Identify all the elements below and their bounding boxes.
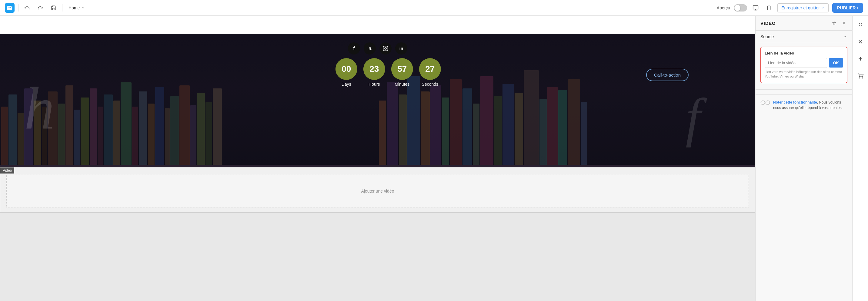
svg-point-6 [384, 47, 386, 49]
ok-button[interactable]: OK [829, 58, 843, 68]
desktop-view-button[interactable] [751, 3, 761, 13]
source-header[interactable]: Source [761, 34, 847, 39]
decorative-h: h [24, 74, 55, 143]
redo-button[interactable] [35, 3, 45, 13]
rating-link[interactable]: Noter cette fonctionnalité [773, 100, 817, 104]
source-chevron-icon [843, 35, 847, 39]
days-label: Days [342, 82, 351, 87]
video-link-title: Lien de la vidéo [765, 51, 843, 56]
video-tag: Vidéo [0, 167, 14, 173]
save-quit-button[interactable]: Enregistrer et quitter [777, 3, 829, 12]
seconds-circle: 27 [419, 58, 441, 80]
hours-circle: 23 [363, 58, 385, 80]
countdown-container: 00 Days 23 Hours 57 Minutes [336, 58, 441, 87]
app-logo [5, 3, 14, 13]
faces-svg [761, 100, 770, 106]
svg-point-7 [386, 47, 387, 47]
svg-point-13 [763, 102, 764, 102]
svg-point-16 [767, 102, 767, 102]
days-value: 00 [342, 64, 351, 74]
panel-title: VIDÉO [761, 21, 776, 26]
close-x-icon [858, 39, 864, 45]
close-button[interactable] [855, 36, 866, 47]
canvas-area: h f f 𝕏 in [0, 16, 755, 301]
right-panel: VIDÉO Source Lien de la vidéo [755, 16, 852, 301]
toolbar-divider-1 [18, 4, 19, 11]
add-button[interactable] [855, 53, 866, 64]
svg-point-12 [762, 102, 763, 102]
svg-rect-0 [753, 5, 758, 9]
minutes-circle: 57 [391, 58, 413, 80]
video-link-hint: Lien vers votre vidéo hébergée sur des s… [765, 70, 843, 79]
pin-button[interactable] [830, 20, 838, 27]
pin-icon [832, 21, 836, 25]
save-draft-button[interactable] [49, 3, 59, 13]
rating-text: Noter cette fonctionnalité. Nous voulons… [773, 100, 847, 110]
hours-item: 23 Hours [363, 58, 385, 87]
cart-button[interactable] [855, 70, 866, 81]
video-placeholder[interactable]: Ajouter une vidéo [6, 175, 749, 207]
close-icon [842, 21, 846, 25]
svg-point-14 [766, 101, 770, 104]
video-placeholder-text: Ajouter une vidéo [361, 189, 394, 194]
video-tag-label: Vidéo [3, 168, 12, 173]
canvas-top-bar [0, 16, 755, 34]
mobile-icon [767, 5, 771, 11]
hours-label: Hours [369, 82, 380, 87]
svg-rect-3 [767, 6, 770, 10]
svg-point-20 [859, 26, 860, 26]
hours-value: 23 [369, 64, 379, 74]
twitter-x-icon[interactable]: 𝕏 [364, 42, 376, 55]
facebook-icon[interactable]: f [348, 42, 360, 55]
cta-label: Call-to-action [654, 72, 681, 77]
chevron-down-icon [821, 6, 825, 10]
ok-label: OK [833, 61, 839, 65]
instagram-icon[interactable] [379, 42, 392, 55]
layout-icon [858, 22, 864, 28]
mobile-view-button[interactable] [764, 3, 774, 13]
chevron-down-icon [81, 6, 85, 10]
far-right-sidebar [852, 16, 868, 301]
linkedin-letter: in [399, 46, 403, 51]
minutes-value: 57 [397, 64, 407, 74]
svg-rect-5 [383, 46, 388, 51]
linkedin-icon[interactable]: in [395, 42, 407, 55]
apercu-label: Aperçu [717, 5, 730, 10]
close-panel-button[interactable] [840, 20, 847, 27]
divider [755, 89, 852, 90]
cart-icon [858, 73, 864, 79]
layout-button[interactable] [855, 20, 866, 30]
main-layout: h f f 𝕏 in [0, 16, 868, 301]
seconds-item: 27 Seconds [419, 58, 441, 87]
home-button[interactable]: Home [66, 4, 88, 11]
rating-faces-icon [761, 100, 770, 107]
publish-button[interactable]: PUBLIER › [832, 3, 863, 13]
preview-toggle[interactable] [734, 4, 747, 11]
svg-point-17 [768, 102, 769, 102]
shelf-bottom [0, 165, 755, 167]
desktop-icon [752, 5, 758, 11]
undo-button[interactable] [22, 3, 32, 13]
plus-icon [858, 56, 864, 62]
cta-button[interactable]: Call-to-action [646, 69, 689, 81]
panel-header-icons [830, 20, 847, 27]
minutes-item: 57 Minutes [391, 58, 413, 87]
video-link-box: Lien de la vidéo OK Lien vers votre vidé… [761, 47, 847, 83]
toggle-thumb [734, 5, 740, 11]
save-quit-label: Enregistrer et quitter [781, 5, 820, 10]
seconds-value: 27 [425, 64, 435, 74]
panel-header: VIDÉO [755, 16, 852, 31]
video-link-input-row: OK [765, 58, 843, 68]
video-link-input[interactable] [765, 58, 827, 68]
social-icons-row: f 𝕏 in [348, 42, 407, 55]
days-item: 00 Days [336, 58, 357, 87]
source-label: Source [761, 34, 774, 39]
decorative-f: f [686, 86, 701, 149]
days-circle: 00 [336, 58, 357, 80]
video-section: Vidéo Ajouter une vidéo [0, 167, 755, 212]
svg-point-26 [859, 78, 860, 78]
hero-section: h f f 𝕏 in [0, 34, 755, 167]
instagram-svg [383, 46, 388, 51]
home-label: Home [68, 5, 80, 10]
rating-section: Noter cette fonctionnalité. Nous voulons… [755, 95, 852, 115]
